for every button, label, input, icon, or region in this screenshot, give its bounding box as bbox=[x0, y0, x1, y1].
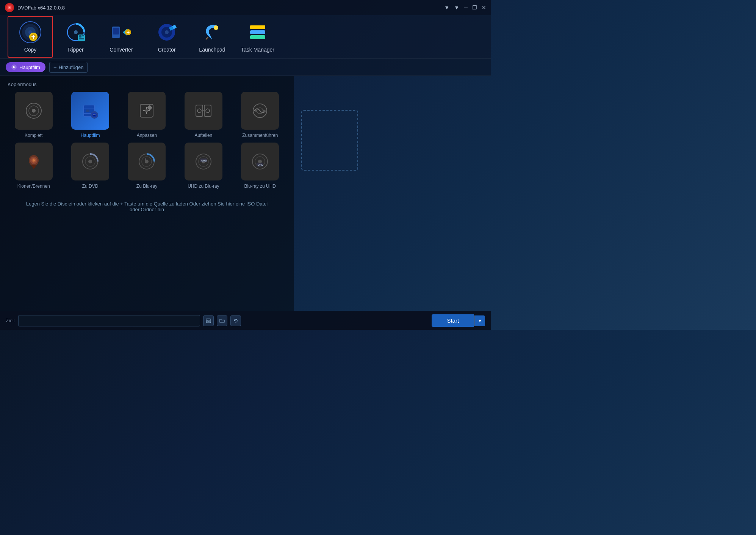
copy-panel-title: Kopiermodus bbox=[8, 82, 286, 87]
ziel-input[interactable] bbox=[18, 315, 200, 326]
svg-marker-82 bbox=[234, 320, 236, 321]
titlebar-left: DVDFab x64 12.0.0.8 bbox=[5, 3, 65, 13]
anpassen-label: Anpassen bbox=[137, 133, 157, 138]
start-arrow-button[interactable]: ▼ bbox=[474, 315, 485, 326]
creator-nav-icon bbox=[155, 21, 178, 44]
signal-icon: ▼ bbox=[454, 5, 459, 11]
svg-point-26 bbox=[165, 30, 169, 34]
zubluray-icon: b bbox=[137, 152, 156, 171]
nav-label-launchpad: Launchpad bbox=[199, 47, 225, 53]
folder-button[interactable] bbox=[217, 315, 227, 326]
klonen-label: Klonen/Brennen bbox=[17, 184, 50, 189]
svg-rect-16 bbox=[82, 35, 84, 36]
nav-label-ripper: Ripper bbox=[68, 47, 83, 53]
mode-zubluray[interactable]: b Zu Blu-ray bbox=[121, 143, 173, 189]
svg-rect-17 bbox=[79, 38, 84, 39]
svg-text:b: b bbox=[145, 157, 146, 160]
svg-text:ISO: ISO bbox=[207, 320, 210, 322]
svg-rect-32 bbox=[250, 35, 265, 39]
nav-label-copy: Copy bbox=[24, 47, 37, 53]
bluraytouhd-icon: UHD bbox=[250, 152, 269, 171]
minimize-button[interactable]: ─ bbox=[464, 5, 468, 11]
nav-label-converter: Converter bbox=[110, 47, 133, 53]
svg-point-37 bbox=[32, 109, 36, 113]
tab-add-button[interactable]: + Hinzufügen bbox=[49, 62, 88, 73]
svg-point-49 bbox=[145, 109, 148, 112]
taskmanager-nav-icon bbox=[246, 21, 269, 44]
aufteilen-icon bbox=[194, 101, 213, 120]
navbar: Copy Ripper Converter bbox=[0, 15, 491, 59]
instruction-text: Legen Sie die Disc ein oder klicken auf … bbox=[8, 193, 286, 220]
mode-aufteilen[interactable]: Aufteilen bbox=[177, 92, 229, 138]
app-logo bbox=[5, 3, 14, 13]
svg-point-58 bbox=[255, 110, 257, 112]
nav-item-converter[interactable]: Converter bbox=[99, 16, 144, 58]
mode-zudvd[interactable]: Zu DVD bbox=[64, 143, 116, 189]
copy-nav-icon bbox=[19, 21, 42, 44]
iso-icon: ISO bbox=[205, 318, 211, 324]
ripper-nav-icon bbox=[64, 21, 87, 44]
refresh-button[interactable] bbox=[230, 315, 241, 326]
titlebar-controls: ▼ ▼ ─ ❐ ✕ bbox=[444, 5, 486, 11]
mode-bluraytouhd[interactable]: UHD Blu-ray zu UHD bbox=[234, 143, 286, 189]
right-area bbox=[294, 76, 491, 311]
nav-item-ripper[interactable]: Ripper bbox=[53, 16, 99, 58]
mode-komplett[interactable]: Komplett bbox=[8, 92, 59, 138]
nav-item-copy[interactable]: Copy bbox=[8, 16, 53, 58]
nav-item-launchpad[interactable]: Launchpad bbox=[189, 16, 235, 58]
svg-rect-19 bbox=[113, 28, 119, 35]
start-button[interactable]: Start bbox=[432, 314, 474, 327]
iso-button[interactable]: ISO bbox=[203, 315, 214, 326]
svg-rect-15 bbox=[79, 35, 81, 38]
mode-klonen[interactable]: Klonen/Brennen bbox=[8, 143, 59, 189]
anpassen-icon-wrap bbox=[128, 92, 166, 130]
bluraytouhd-label: Blu-ray zu UHD bbox=[244, 184, 276, 189]
svg-text:UHD: UHD bbox=[201, 159, 207, 162]
komplett-label: Komplett bbox=[25, 133, 42, 138]
mode-zusammenfuhren[interactable]: Zusammenführen bbox=[234, 92, 286, 138]
svg-point-53 bbox=[197, 109, 201, 113]
svg-point-68 bbox=[145, 160, 149, 163]
start-btn-wrap: Start ▼ bbox=[432, 314, 485, 327]
mode-anpassen[interactable]: Anpassen bbox=[121, 92, 173, 138]
play-icon bbox=[11, 64, 17, 70]
mode-uhdtobluray[interactable]: UHD UHD zu Blu-ray bbox=[177, 143, 229, 189]
hauptfilm-icon bbox=[81, 101, 100, 120]
aufteilen-label: Aufteilen bbox=[195, 133, 213, 138]
folder-icon bbox=[219, 318, 225, 324]
svg-rect-50 bbox=[147, 105, 152, 110]
nav-item-creator[interactable]: Creator bbox=[144, 16, 189, 58]
zusammenfuhren-icon-wrap bbox=[241, 92, 279, 130]
svg-point-65 bbox=[88, 160, 92, 163]
svg-point-54 bbox=[206, 109, 210, 113]
mode-grid-row1: Komplett Hauptfilm bbox=[8, 92, 286, 138]
svg-rect-30 bbox=[250, 25, 265, 29]
close-button[interactable]: ✕ bbox=[482, 5, 486, 11]
converter-nav-icon bbox=[110, 21, 133, 44]
restore-button[interactable]: ❐ bbox=[472, 5, 477, 11]
zudvd-icon bbox=[81, 152, 100, 171]
zubluray-icon-wrap: b bbox=[128, 143, 166, 180]
svg-text:UHD: UHD bbox=[258, 163, 263, 166]
uhdtobluray-icon: UHD bbox=[194, 152, 213, 171]
zusammenfuhren-label: Zusammenführen bbox=[242, 133, 278, 138]
tabbar: Hauptfilm + Hinzufügen bbox=[0, 59, 491, 76]
main-content: Kopiermodus Komplett bbox=[0, 76, 491, 311]
anpassen-icon bbox=[137, 101, 156, 120]
wifi-icon: ▼ bbox=[444, 5, 449, 11]
nav-label-creator: Creator bbox=[158, 47, 176, 53]
klonen-icon bbox=[24, 152, 43, 171]
zudvd-label: Zu DVD bbox=[82, 184, 99, 189]
titlebar: DVDFab x64 12.0.0.8 ▼ ▼ ─ ❐ ✕ bbox=[0, 0, 491, 15]
mode-hauptfilm[interactable]: Hauptfilm bbox=[64, 92, 116, 138]
add-label: Hinzufügen bbox=[59, 64, 84, 70]
plus-icon: + bbox=[53, 64, 57, 71]
svg-point-3 bbox=[9, 7, 10, 8]
nav-item-taskmanager[interactable]: Task Manager bbox=[235, 16, 280, 58]
zudvd-icon-wrap bbox=[71, 143, 109, 180]
svg-point-27 bbox=[214, 25, 218, 30]
tab-hauptfilm[interactable]: Hauptfilm bbox=[6, 62, 45, 72]
mode-grid-row2: Klonen/Brennen Zu DVD bbox=[8, 143, 286, 189]
drop-zone[interactable] bbox=[301, 110, 358, 171]
aufteilen-icon-wrap bbox=[185, 92, 222, 130]
